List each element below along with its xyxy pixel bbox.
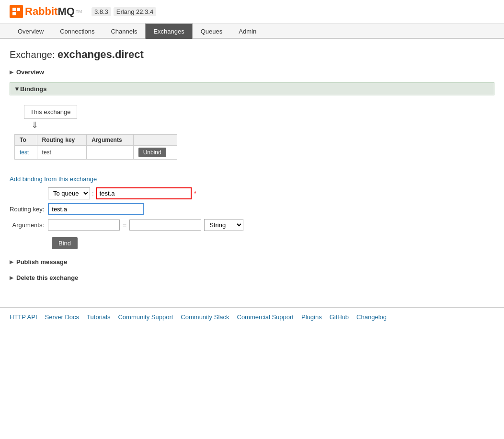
publish-section: ▶ Publish message (10, 256, 494, 267)
publish-header[interactable]: ▶ Publish message (10, 256, 494, 267)
footer-tutorials[interactable]: Tutorials (87, 313, 110, 321)
routing-key-label: Routing key: (10, 206, 48, 213)
nav-admin[interactable]: Admin (230, 23, 264, 39)
colon-separator: : (92, 190, 94, 197)
col-to: To (15, 135, 37, 146)
logo: RabbitMQ TM (10, 5, 82, 18)
add-binding-title: Add binding from this exchange (10, 175, 494, 183)
content-area: Exchange: exchanges.direct ▶ Overview ▼ … (0, 39, 504, 298)
bind-button[interactable]: Bind (52, 237, 78, 249)
publish-arrow: ▶ (10, 259, 13, 265)
arguments-value-input[interactable] (129, 220, 201, 231)
erlang-badge: Erlang 22.3.4 (114, 7, 156, 16)
arrow-down: ⇓ (14, 120, 490, 130)
unbind-button[interactable]: Unbind (138, 148, 166, 157)
routing-key-row: Routing key: (10, 203, 494, 215)
footer-community-support[interactable]: Community Support (118, 313, 173, 321)
overview-section: ▶ Overview (10, 67, 494, 78)
bind-button-row: Bind (10, 235, 494, 249)
bindings-table: To Routing key Arguments test test Unbin… (14, 134, 177, 160)
equals-sign: = (123, 221, 126, 229)
col-arguments: Arguments (87, 135, 133, 146)
bindings-section: ▼ Bindings This exchange ⇓ To Routing ke… (10, 82, 494, 168)
nav-bar: Overview Connections Channels Exchanges … (0, 23, 504, 39)
publish-label: Publish message (16, 258, 67, 266)
arguments-label: Arguments: (10, 221, 48, 229)
binding-to: test (15, 146, 37, 160)
add-binding-section: Add binding from this exchange To queue … (10, 175, 494, 249)
footer-github[interactable]: GitHub (330, 313, 349, 321)
routing-key-input[interactable] (48, 203, 144, 215)
arguments-key-input[interactable] (48, 220, 120, 231)
nav-connections[interactable]: Connections (52, 23, 103, 39)
required-star: * (194, 190, 196, 197)
delete-arrow: ▶ (10, 275, 13, 280)
bindings-label: Bindings (20, 85, 47, 92)
svg-rect-0 (12, 8, 16, 11)
logo-rabbit: Rabbit (25, 5, 57, 17)
to-queue-input[interactable] (96, 187, 192, 199)
to-queue-row: To queue : * (10, 187, 494, 199)
binding-routing-key: test (37, 146, 87, 160)
overview-label: Overview (16, 69, 44, 76)
type-select[interactable]: String Number Boolean (204, 219, 243, 231)
arguments-inputs: = String Number Boolean (48, 219, 243, 231)
binding-arguments (87, 146, 133, 160)
binding-action: Unbind (133, 146, 177, 160)
svg-rect-2 (12, 12, 16, 15)
overview-arrow: ▶ (10, 69, 13, 75)
table-row: test test Unbind (15, 146, 177, 160)
arguments-row: Arguments: = String Number Boolean (10, 219, 494, 231)
exchange-box: This exchange (24, 105, 77, 119)
to-queue-select[interactable]: To queue (48, 187, 90, 199)
nav-channels[interactable]: Channels (103, 23, 145, 39)
footer-community-slack[interactable]: Community Slack (181, 313, 229, 321)
trademark: TM (76, 9, 82, 14)
delete-label: Delete this exchange (16, 274, 78, 281)
nav-queues[interactable]: Queues (193, 23, 231, 39)
logo-mq: MQ (57, 5, 74, 17)
col-routing-key: Routing key (37, 135, 87, 146)
select-queue-container: To queue : * (48, 187, 196, 199)
page-title: Exchange: exchanges.direct (10, 48, 494, 61)
nav-overview[interactable]: Overview (10, 23, 52, 39)
footer-plugins[interactable]: Plugins (301, 313, 322, 321)
footer: HTTP API Server Docs Tutorials Community… (0, 307, 504, 326)
footer-server-docs[interactable]: Server Docs (45, 313, 80, 321)
bindings-content: This exchange ⇓ To Routing key Arguments… (10, 95, 494, 168)
delete-section: ▶ Delete this exchange (10, 272, 494, 283)
version-badge: 3.8.3 (92, 7, 111, 16)
footer-commercial-support[interactable]: Commercial Support (237, 313, 294, 321)
col-action (133, 135, 177, 146)
overview-header[interactable]: ▶ Overview (10, 67, 494, 78)
bindings-arrow: ▼ (14, 85, 20, 92)
nav-exchanges[interactable]: Exchanges (145, 23, 192, 39)
footer-http-api[interactable]: HTTP API (10, 313, 37, 321)
svg-rect-1 (17, 8, 20, 11)
logo-icon (10, 5, 23, 18)
queue-link[interactable]: test (20, 149, 29, 156)
header: RabbitMQ TM 3.8.3 Erlang 22.3.4 (0, 0, 504, 23)
bindings-header[interactable]: ▼ Bindings (10, 82, 494, 95)
delete-header[interactable]: ▶ Delete this exchange (10, 272, 494, 283)
footer-changelog[interactable]: Changelog (356, 313, 387, 321)
